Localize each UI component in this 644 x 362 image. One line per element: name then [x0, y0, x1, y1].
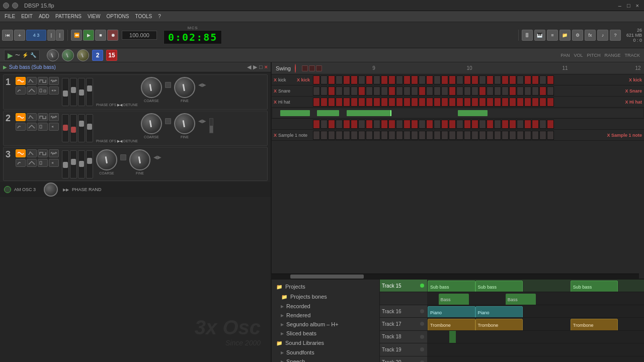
beat-cell[interactable]: [441, 75, 448, 84]
menu-tools[interactable]: TOOLS: [132, 13, 154, 20]
osc1-wave-tri[interactable]: [27, 77, 37, 85]
beat-cell[interactable]: [539, 86, 546, 96]
beat-cell[interactable]: [487, 98, 494, 107]
beat-cell[interactable]: [404, 98, 411, 107]
beat-cell[interactable]: [547, 75, 554, 84]
record-btn[interactable]: ⏺: [107, 30, 118, 41]
beat-cell[interactable]: [471, 75, 478, 84]
beat-cell[interactable]: [517, 131, 524, 140]
beat-cell[interactable]: [336, 131, 343, 140]
beat-cell[interactable]: [464, 131, 471, 140]
beat-cell[interactable]: [343, 86, 350, 96]
step-seq-btn[interactable]: ≡: [547, 30, 558, 41]
osc2-wave-sq[interactable]: [38, 113, 48, 121]
am-knob[interactable]: [44, 183, 58, 197]
beat-cell[interactable]: [358, 120, 365, 129]
pan-knob[interactable]: [47, 49, 59, 61]
beat-cell[interactable]: [471, 86, 478, 96]
osc3-slider2[interactable]: [70, 150, 77, 178]
note-btn[interactable]: ♪: [597, 30, 608, 41]
beat-cell[interactable]: [328, 98, 335, 107]
piano-clip-2[interactable]: Piano: [475, 306, 523, 317]
beat-cell[interactable]: [381, 86, 388, 96]
beat-cell[interactable]: [396, 98, 403, 107]
beat-cell[interactable]: [517, 86, 524, 96]
beat-cell[interactable]: [313, 98, 320, 107]
swing-knob[interactable]: [295, 64, 296, 73]
bass-clip-1[interactable]: Bass: [439, 294, 469, 304]
beat-cell[interactable]: [502, 120, 509, 129]
stop-btn[interactable]: ■: [95, 30, 106, 41]
beat-cell[interactable]: [373, 131, 380, 140]
beat-cell[interactable]: [547, 120, 554, 129]
beat-cell[interactable]: [502, 98, 509, 107]
piano-roll-btn[interactable]: 🎹: [534, 30, 545, 41]
beat-cell[interactable]: [373, 86, 380, 96]
beat-cell[interactable]: [487, 75, 494, 84]
beat-cell[interactable]: [502, 75, 509, 84]
beat-cell[interactable]: [320, 120, 328, 129]
help-btn[interactable]: ?: [610, 30, 621, 41]
sidebar-item-rendered[interactable]: ▶ Rendered: [272, 311, 379, 320]
beat-cell[interactable]: [517, 120, 524, 129]
beat-cell[interactable]: [404, 131, 411, 140]
window-maximize[interactable]: □: [625, 3, 632, 9]
beat-cell[interactable]: [351, 120, 358, 129]
trombone-clip-3[interactable]: Trombone: [571, 319, 618, 330]
beat-cell[interactable]: [404, 86, 411, 96]
osc3-wave-noise[interactable]: [49, 149, 59, 157]
osc1-slider2[interactable]: [70, 78, 77, 106]
osc2-pan-arrows[interactable]: ◀▶: [198, 118, 206, 124]
beat-cell[interactable]: [426, 120, 433, 129]
menu-help[interactable]: ?: [155, 13, 164, 20]
osc2-wave-rand[interactable]: [38, 123, 48, 131]
am-osc-led[interactable]: [4, 186, 11, 193]
beat-cell[interactable]: [426, 86, 433, 96]
beat-cell[interactable]: [494, 120, 501, 129]
gen-btn[interactable]: ⚙: [572, 30, 583, 41]
subbass-clip-1[interactable]: Sub bass: [428, 281, 475, 292]
beat-cell[interactable]: [336, 98, 343, 107]
menu-view[interactable]: VIEW: [85, 13, 103, 20]
beat-cell[interactable]: [313, 131, 320, 140]
beat-cell[interactable]: [396, 86, 403, 96]
beat-cell[interactable]: [328, 131, 335, 140]
osc2-slider3[interactable]: [78, 114, 85, 142]
beat-cell[interactable]: [388, 75, 395, 84]
osc2-wave-tri[interactable]: [27, 113, 37, 121]
add-btn[interactable]: +: [14, 30, 25, 41]
osc1-coarse-knob[interactable]: [141, 77, 162, 98]
osc2-slider2[interactable]: [70, 114, 77, 142]
beat-cell[interactable]: [524, 98, 531, 107]
beat-cell[interactable]: [456, 120, 463, 129]
beat-cell[interactable]: [388, 86, 395, 96]
beat-cell[interactable]: [502, 86, 509, 96]
beat-cell[interactable]: [479, 131, 486, 140]
beat-cell[interactable]: [464, 98, 471, 107]
beat-cell[interactable]: [343, 75, 350, 84]
beat-cell[interactable]: [494, 131, 501, 140]
ch-expand[interactable]: |: [56, 30, 64, 41]
beat-cell[interactable]: [313, 120, 320, 129]
swing-dot1[interactable]: [302, 65, 308, 71]
beat-cell[interactable]: [366, 86, 373, 96]
menu-options[interactable]: OPTIONS: [104, 13, 131, 20]
beat-cell[interactable]: [502, 131, 509, 140]
bpm-display[interactable]: 100.000: [122, 31, 157, 40]
beat-cell[interactable]: [494, 75, 501, 84]
beat-cell[interactable]: [434, 120, 441, 129]
beat-cell[interactable]: [547, 98, 554, 107]
beat-cell[interactable]: [471, 120, 478, 129]
osc3-wave-sq[interactable]: [38, 149, 48, 157]
osc1-slider3[interactable]: [78, 78, 85, 106]
beat-cell[interactable]: [351, 75, 358, 84]
beat-cell[interactable]: [358, 75, 365, 84]
osc2-stereo[interactable]: [49, 123, 59, 131]
osc3-wave-tri2[interactable]: [27, 159, 37, 167]
note-clip-2[interactable]: [317, 110, 339, 116]
beat-cell[interactable]: [320, 131, 328, 140]
beat-cell[interactable]: [419, 98, 426, 107]
beat-cell[interactable]: [464, 75, 471, 84]
swing-dot2[interactable]: [309, 65, 315, 71]
beat-cell[interactable]: [328, 86, 335, 96]
